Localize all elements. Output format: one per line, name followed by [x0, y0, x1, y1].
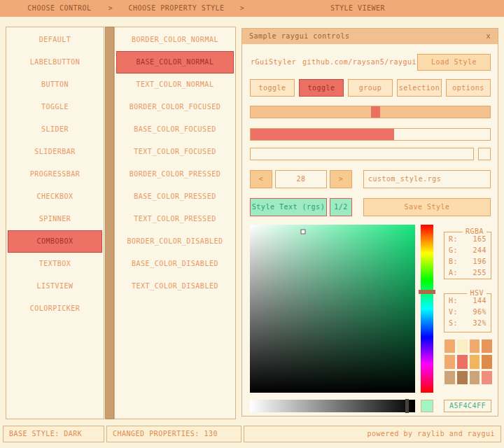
style-color-swatch[interactable]: [470, 355, 480, 368]
control-item-checkbox[interactable]: CHECKBOX: [8, 186, 102, 208]
rgba-row-a: A: 255: [444, 267, 491, 279]
control-item-combobox[interactable]: COMBOBOX: [8, 230, 102, 253]
v-value: 96%: [472, 307, 486, 318]
breadcrumb-style-viewer: STYLE VIEWER: [249, 0, 466, 17]
property-item-base-color-pressed[interactable]: BASE_COLOR_PRESSED: [116, 186, 234, 208]
alpha-bar[interactable]: [250, 400, 415, 412]
status-base-style: BASE STYLE: DARK: [3, 426, 104, 442]
hue-bar[interactable]: [421, 225, 433, 393]
chevron-right-icon: >: [237, 0, 248, 17]
spinner-increment-button[interactable]: >: [330, 170, 352, 188]
hue-handle[interactable]: [419, 290, 435, 294]
style-color-swatch[interactable]: [470, 371, 480, 384]
controls-list: DEFAULT LABELBUTTON BUTTON TOGGLE SLIDER…: [6, 27, 104, 419]
property-item-border-color-focused[interactable]: BORDER_COLOR_FOCUSED: [116, 96, 234, 118]
control-item-listview[interactable]: LISTVIEW: [8, 275, 102, 298]
control-item-colorpicker[interactable]: COLORPICKER: [8, 298, 102, 320]
h-label: H:: [449, 295, 458, 307]
toggle-button-selection[interactable]: selection: [397, 79, 442, 97]
filename-textbox[interactable]: custom_style.rgs: [363, 170, 491, 188]
progress-fill: [251, 129, 394, 140]
toggle-button-options[interactable]: options: [446, 79, 491, 97]
property-item-text-color-disabled[interactable]: TEXT_COLOR_DISABLED: [116, 275, 234, 298]
control-item-slider[interactable]: SLIDER: [8, 118, 102, 141]
property-item-text-color-focused[interactable]: TEXT_COLOR_FOCUSED: [116, 141, 234, 163]
controls-list-scrollbar[interactable]: [105, 27, 114, 419]
control-item-toggle[interactable]: TOGGLE: [8, 96, 102, 118]
chevron-right-icon: >: [105, 0, 116, 17]
window-titlebar[interactable]: Sample raygui controls x: [242, 29, 498, 44]
rgba-group: RGBA R: 165 G: 244 B: 196 A: 255: [444, 232, 491, 279]
style-color-swatch[interactable]: [444, 371, 455, 384]
style-text-combobox[interactable]: Style Text (rgs): [250, 198, 327, 216]
control-item-labelbutton[interactable]: LABELBUTTON: [8, 51, 102, 74]
control-item-default[interactable]: DEFAULT: [8, 29, 102, 51]
hsv-row-v: V: 96%: [444, 307, 491, 318]
control-item-spinner[interactable]: SPINNER: [8, 208, 102, 230]
spinner-value-box[interactable]: 28: [275, 170, 327, 188]
hex-color-textbox[interactable]: A5F4C4FF: [444, 400, 491, 412]
breadcrumb-choose-property-style: CHOOSE PROPERTY STYLE: [116, 0, 237, 17]
control-item-sliderbar[interactable]: SLIDERBAR: [8, 141, 102, 163]
b-label: B:: [449, 256, 458, 267]
properties-list: BORDER_COLOR_NORMAL BASE_COLOR_NORMAL TE…: [114, 27, 236, 419]
load-style-button[interactable]: Load Style: [417, 54, 491, 71]
spinner-decrement-button[interactable]: <: [250, 170, 272, 188]
style-colors-grid: [444, 340, 492, 384]
style-color-swatch[interactable]: [470, 340, 480, 353]
window-title: Sample raygui controls: [249, 32, 349, 40]
current-color-swatch: [421, 400, 433, 412]
sample-slider[interactable]: [250, 106, 491, 118]
toggle-button-1[interactable]: toggle: [250, 79, 295, 97]
app-brand-label: rGuiStyler: [251, 54, 296, 71]
save-style-button[interactable]: Save Style: [363, 198, 491, 216]
rgba-group-label: RGBA: [463, 227, 486, 236]
toggle-button-group[interactable]: group: [348, 79, 393, 97]
control-item-button[interactable]: BUTTON: [8, 74, 102, 96]
sample-progressbar: [250, 128, 491, 141]
hsv-group: HSV H: 144 V: 96% S: 32%: [444, 293, 491, 332]
style-color-swatch[interactable]: [444, 340, 455, 353]
property-item-base-color-focused[interactable]: BASE_COLOR_FOCUSED: [116, 118, 234, 141]
a-label: A:: [449, 267, 458, 279]
property-item-border-color-pressed[interactable]: BORDER_COLOR_PRESSED: [116, 163, 234, 186]
r-label: R:: [449, 234, 458, 245]
breadcrumb-choose-control: CHOOSE CONTROL: [7, 0, 112, 17]
sample-textbox[interactable]: [250, 148, 474, 160]
style-color-swatch[interactable]: [457, 355, 468, 368]
property-item-text-color-pressed[interactable]: TEXT_COLOR_PRESSED: [116, 208, 234, 230]
control-item-textbox[interactable]: TEXTBOX: [8, 253, 102, 275]
close-icon[interactable]: x: [486, 29, 491, 44]
property-item-base-color-normal[interactable]: BASE_COLOR_NORMAL: [116, 51, 234, 74]
property-item-border-color-disabled[interactable]: BORDER_COLOR_DISABLED: [116, 230, 234, 253]
v-label: V:: [449, 307, 458, 318]
slider-handle[interactable]: [371, 106, 380, 118]
a-value: 255: [472, 267, 486, 279]
style-color-swatch[interactable]: [457, 340, 468, 353]
rguistyler-app: CHOOSE CONTROL > CHOOSE PROPERTY STYLE >…: [0, 0, 504, 448]
property-item-border-color-normal[interactable]: BORDER_COLOR_NORMAL: [116, 29, 234, 51]
style-color-swatch[interactable]: [482, 340, 492, 353]
style-color-swatch[interactable]: [482, 371, 492, 384]
status-changed-properties: CHANGED PROPERTIES: 130: [106, 426, 241, 442]
breadcrumb: CHOOSE CONTROL > CHOOSE PROPERTY STYLE >…: [0, 0, 504, 17]
color-picker-cursor[interactable]: [300, 229, 305, 234]
s-label: S:: [449, 318, 458, 329]
alpha-handle[interactable]: [405, 399, 409, 413]
toggle-button-2-active[interactable]: toggle: [299, 79, 344, 97]
property-item-text-color-normal[interactable]: TEXT_COLOR_NORMAL: [116, 74, 234, 96]
control-item-progressbar[interactable]: PROGRESSBAR: [8, 163, 102, 186]
property-item-base-color-disabled[interactable]: BASE_COLOR_DISABLED: [116, 253, 234, 275]
hsv-row-s: S: 32%: [444, 318, 491, 329]
repo-link[interactable]: github.com/raysan5/raygui: [302, 54, 416, 71]
color-saturation-value-panel[interactable]: [250, 225, 415, 393]
style-color-swatch[interactable]: [457, 371, 468, 384]
combobox-page-indicator[interactable]: 1/2: [330, 198, 352, 216]
style-color-swatch[interactable]: [444, 355, 455, 368]
sample-checkbox[interactable]: [478, 148, 491, 160]
style-color-swatch[interactable]: [482, 355, 492, 368]
s-value: 32%: [472, 318, 486, 329]
style-viewer-window: Sample raygui controls x rGuiStyler gith…: [241, 28, 498, 416]
g-label: G:: [449, 245, 458, 256]
status-powered-by: powered by raylib and raygui: [244, 426, 501, 442]
